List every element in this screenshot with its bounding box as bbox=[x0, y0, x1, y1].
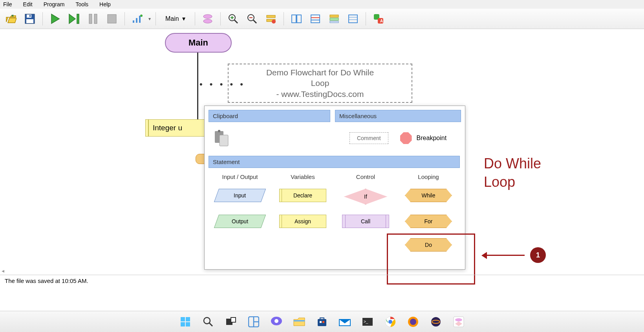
breakpoint-option[interactable]: Breakpoint bbox=[400, 132, 447, 144]
flowgorithm-icon[interactable] bbox=[452, 315, 466, 329]
run-button[interactable] bbox=[48, 11, 63, 27]
svg-point-13 bbox=[203, 19, 212, 23]
svg-rect-24 bbox=[292, 15, 296, 23]
output-shape-option[interactable]: Output bbox=[214, 215, 266, 228]
declare-shape[interactable]: Integer u bbox=[145, 119, 207, 137]
assign-shape-option[interactable]: Assign bbox=[279, 215, 326, 228]
layout4-button[interactable] bbox=[345, 11, 361, 27]
svg-rect-57 bbox=[322, 321, 324, 323]
menu-program[interactable]: Program bbox=[44, 1, 65, 7]
terminal-icon[interactable]: >_ bbox=[360, 315, 375, 329]
svg-rect-39 bbox=[218, 130, 220, 132]
while-shape-option[interactable]: While bbox=[405, 189, 452, 202]
taskview-icon[interactable] bbox=[224, 315, 238, 329]
svg-rect-56 bbox=[320, 321, 322, 323]
svg-rect-3 bbox=[26, 19, 33, 23]
translate-button[interactable]: A bbox=[371, 11, 386, 27]
comment-shape-option: Comment bbox=[349, 132, 388, 144]
svg-point-53 bbox=[274, 319, 278, 323]
annotation-arrow bbox=[481, 251, 525, 259]
menu-tools[interactable]: Tools bbox=[75, 1, 88, 7]
svg-rect-32 bbox=[349, 15, 357, 23]
shapes-button[interactable] bbox=[200, 11, 216, 27]
svg-rect-43 bbox=[181, 322, 185, 327]
search-icon[interactable] bbox=[201, 315, 215, 329]
svg-rect-21 bbox=[267, 15, 275, 18]
svg-text:A: A bbox=[380, 19, 383, 23]
main-terminal-shape[interactable]: Main bbox=[165, 33, 232, 53]
comment-shape[interactable]: Demo Flowchart for Do While Loop - www.T… bbox=[228, 64, 412, 103]
zoom-in-button[interactable] bbox=[225, 11, 241, 27]
insert-shape-menu: Clipboard Miscellaneous Comment Breakpoi… bbox=[204, 106, 465, 270]
for-shape-option[interactable]: For bbox=[405, 215, 452, 228]
svg-rect-41 bbox=[181, 317, 185, 321]
col-ctrl: Control bbox=[334, 173, 397, 180]
svg-rect-44 bbox=[186, 322, 190, 327]
chat-icon[interactable] bbox=[269, 315, 284, 329]
mail-icon[interactable] bbox=[338, 315, 352, 329]
svg-rect-7 bbox=[108, 15, 116, 23]
svg-rect-1 bbox=[27, 15, 31, 18]
layout3-button[interactable] bbox=[326, 11, 342, 27]
svg-point-62 bbox=[388, 320, 392, 324]
zoom-out-button[interactable] bbox=[244, 11, 260, 27]
octagon-icon bbox=[400, 132, 412, 144]
declare-shape-option[interactable]: Declare bbox=[279, 189, 326, 202]
widgets-icon[interactable] bbox=[247, 315, 261, 329]
clipboard-header: Clipboard bbox=[209, 110, 330, 122]
input-shape-option[interactable]: Input bbox=[214, 189, 266, 202]
speed-button[interactable] bbox=[130, 11, 145, 27]
statement-header: Statement bbox=[209, 156, 460, 168]
call-shape-option[interactable]: Call bbox=[342, 215, 389, 228]
eclipse-icon[interactable] bbox=[429, 315, 443, 329]
svg-text:>_: >_ bbox=[364, 319, 368, 324]
annotation-title: Do WhileLoop bbox=[484, 155, 541, 192]
svg-point-68 bbox=[455, 318, 462, 321]
store-icon[interactable] bbox=[315, 315, 329, 329]
scope-dropdown[interactable]: Main ▾ bbox=[161, 15, 190, 22]
save-button[interactable] bbox=[22, 11, 38, 27]
svg-rect-8 bbox=[133, 20, 134, 23]
misc-header: Miscellaneous bbox=[335, 110, 461, 122]
open-button[interactable] bbox=[3, 11, 19, 27]
svg-rect-2 bbox=[29, 15, 31, 17]
zoom-fit-button[interactable] bbox=[263, 11, 279, 27]
connector-line bbox=[197, 53, 198, 119]
svg-point-12 bbox=[203, 15, 212, 18]
breakpoint-label: Breakpoint bbox=[417, 135, 447, 142]
col-io: Input / Output bbox=[209, 173, 271, 180]
menu-help[interactable]: Help bbox=[99, 1, 111, 7]
pause-button[interactable] bbox=[85, 11, 101, 27]
svg-point-65 bbox=[431, 317, 441, 327]
paste-icon[interactable] bbox=[213, 130, 231, 147]
annotation-number: 1 bbox=[530, 247, 546, 263]
svg-line-15 bbox=[234, 20, 238, 23]
start-button[interactable] bbox=[178, 315, 192, 329]
svg-rect-9 bbox=[136, 18, 137, 23]
chevron-down-icon: ▾ bbox=[182, 15, 185, 22]
svg-rect-54 bbox=[294, 320, 305, 321]
svg-rect-40 bbox=[220, 135, 228, 146]
layout1-button[interactable] bbox=[289, 11, 304, 27]
if-shape-option[interactable]: If bbox=[344, 189, 387, 204]
chrome-icon[interactable] bbox=[383, 315, 397, 329]
svg-rect-55 bbox=[318, 319, 326, 326]
canvas[interactable]: Main • • • • • Demo Flowchart for Do Whi… bbox=[0, 29, 644, 272]
explorer-icon[interactable] bbox=[292, 315, 306, 329]
step-button[interactable] bbox=[66, 11, 82, 27]
menu-edit[interactable]: Edit bbox=[23, 1, 33, 7]
stop-button[interactable] bbox=[104, 11, 120, 27]
svg-point-64 bbox=[410, 319, 416, 325]
svg-rect-42 bbox=[186, 317, 190, 321]
svg-rect-10 bbox=[139, 16, 141, 23]
comment-line3: - www.TestingDocs.com bbox=[276, 89, 364, 99]
firefox-icon[interactable] bbox=[406, 315, 420, 329]
svg-rect-25 bbox=[297, 15, 301, 23]
comment-option[interactable]: Comment bbox=[349, 132, 388, 144]
status-text: The file was saved at 10:05 AM. bbox=[5, 277, 88, 284]
menu-file[interactable]: File bbox=[3, 1, 12, 7]
scroll-left-icon[interactable]: ◂ bbox=[2, 268, 4, 274]
svg-line-46 bbox=[209, 323, 212, 326]
svg-rect-5 bbox=[89, 14, 92, 24]
layout2-button[interactable] bbox=[307, 11, 323, 27]
